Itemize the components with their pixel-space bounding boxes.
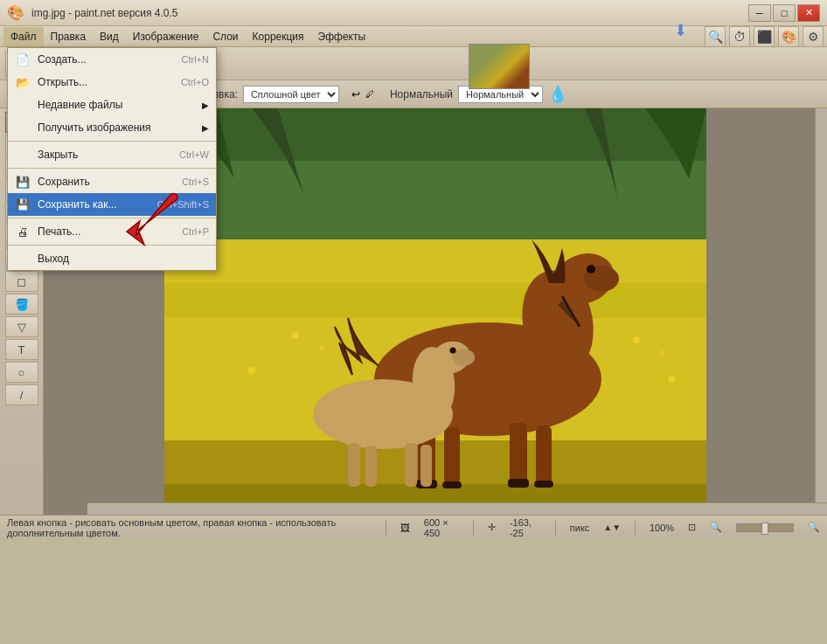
horizontal-scrollbar[interactable] [87, 502, 827, 515]
status-sep2 [473, 520, 474, 536]
new-icon: 📄 [15, 52, 31, 67]
zoom-in-btn[interactable]: 🔍 [705, 26, 726, 47]
svg-point-25 [450, 348, 456, 354]
status-hint: Левая кнопка - рисовать основным цветом,… [7, 517, 372, 538]
menu-effects[interactable]: Эффекты [311, 27, 373, 46]
new-label: Создать... [38, 53, 87, 66]
menu-bar: Файл Правка Вид Изображение Слои Коррекц… [0, 26, 827, 47]
saveas-icon: 💾 [15, 197, 31, 212]
tool-paint-bucket[interactable]: 🪣 [5, 294, 38, 315]
settings-btn[interactable]: ⚙ [803, 26, 824, 47]
svg-point-31 [292, 332, 299, 339]
status-zoom: 100% [650, 523, 674, 533]
svg-rect-27 [365, 446, 377, 487]
separator-4 [8, 245, 216, 246]
vertical-scrollbar[interactable] [815, 108, 827, 502]
menu-edit[interactable]: Правка [44, 27, 94, 46]
svg-rect-20 [534, 481, 553, 488]
svg-point-34 [660, 350, 665, 356]
svg-point-32 [319, 346, 324, 351]
menu-item-close[interactable]: Закрыть Ctrl+W [8, 143, 216, 166]
tool-gradient[interactable]: ▽ [5, 316, 38, 337]
zoom-slider[interactable] [736, 523, 794, 532]
close-shortcut: Ctrl+W [179, 149, 209, 160]
svg-rect-26 [348, 443, 360, 487]
menu-layers[interactable]: Слои [205, 27, 245, 46]
status-coords-icon: ✛ [488, 522, 496, 533]
status-sep4 [635, 520, 636, 536]
menu-item-save[interactable]: 💾 Сохранить Ctrl+S [8, 170, 216, 193]
save-shortcut: Ctrl+S [182, 177, 209, 187]
tool-shapes[interactable]: ○ [5, 362, 38, 383]
dimensions-value: 600 × 450 [424, 517, 459, 538]
exit-label: Выход [38, 253, 69, 265]
svg-rect-28 [405, 443, 417, 487]
menu-item-new[interactable]: 📄 Создать... Ctrl+N [8, 48, 216, 71]
menu-item-open[interactable]: 📂 Открыть... Ctrl+O [8, 71, 216, 93]
tool-text[interactable]: T [5, 339, 38, 360]
tool-line[interactable]: / [5, 384, 38, 405]
open-label: Открыть... [38, 76, 87, 88]
menu-view[interactable]: Вид [93, 27, 126, 46]
acquire-icon [15, 120, 31, 135]
menu-file[interactable]: Файл [3, 27, 44, 46]
save-label: Сохранить [38, 176, 90, 188]
close-file-label: Закрыть [38, 149, 78, 161]
status-bar: Левая кнопка - рисовать основным цветом,… [0, 515, 827, 539]
maximize-button[interactable]: □ [773, 4, 796, 22]
image-thumbnail [469, 44, 530, 89]
exit-icon [15, 251, 31, 267]
svg-rect-14 [444, 427, 460, 484]
menu-item-exit[interactable]: Выход [8, 247, 216, 270]
layers-btn[interactable]: ⬛ [754, 26, 775, 47]
svg-rect-18 [442, 481, 462, 488]
canvas[interactable] [164, 108, 706, 515]
menu-image[interactable]: Изображение [126, 27, 206, 46]
menu-item-recent[interactable]: Недавние файлы ▶ [8, 93, 216, 116]
recent-label: Недавние файлы [38, 99, 122, 111]
menu-item-print[interactable]: 🖨 Печать... Ctrl+P [8, 220, 216, 243]
menu-item-saveas[interactable]: 💾 Сохранить как... Ctrl+Shift+S [8, 193, 216, 216]
acquire-label: Получить изображения [38, 121, 151, 134]
print-shortcut: Ctrl+P [182, 226, 209, 237]
minimize-button[interactable]: ─ [748, 4, 771, 22]
open-shortcut: Ctrl+O [181, 77, 209, 87]
svg-rect-15 [510, 423, 527, 484]
status-sep3 [555, 520, 556, 536]
file-dropdown-menu: 📄 Создать... Ctrl+N 📂 Открыть... Ctrl+O … [7, 47, 217, 271]
print-label: Печать... [38, 225, 80, 238]
tool-eraser[interactable]: ◻ [5, 271, 38, 292]
saveas-label: Сохранить как... [38, 198, 116, 211]
status-dimensions: 600 × 450 [424, 517, 459, 538]
title-text: img.jpg - paint.net версия 4.0.5 [31, 7, 178, 19]
fill-select[interactable]: Сплошной цвет [243, 86, 339, 103]
zoom-out-icon[interactable]: 🔍 [710, 522, 722, 533]
svg-point-36 [668, 376, 675, 383]
blend-label: Нормальный [390, 88, 453, 100]
separator-2 [8, 168, 216, 169]
acquire-arrow: ▶ [202, 123, 209, 133]
close-button[interactable]: ✕ [797, 4, 820, 22]
history-btn[interactable]: ⏱ [729, 26, 750, 47]
recent-arrow: ▶ [202, 100, 209, 110]
svg-point-35 [248, 367, 255, 374]
colors-btn[interactable]: 🎨 [778, 26, 799, 47]
svg-rect-16 [536, 426, 552, 484]
status-coordinates: -163, -25 [510, 517, 541, 538]
save-icon: 💾 [15, 174, 31, 190]
new-shortcut: Ctrl+N [182, 54, 209, 65]
menu-item-acquire[interactable]: Получить изображения ▶ [8, 116, 216, 139]
zoom-fit-icon[interactable]: ⊡ [688, 522, 696, 533]
svg-point-12 [587, 265, 595, 274]
menu-correction[interactable]: Коррекция [246, 27, 311, 46]
status-unit: пикс [570, 523, 590, 533]
image-icon: 🖼 [400, 523, 410, 533]
saveas-shortcut: Ctrl+Shift+S [157, 199, 209, 210]
zoom-in-status-icon[interactable]: 🔍 [808, 522, 820, 533]
separator-3 [8, 218, 216, 218]
title-bar: 🎨 img.jpg - paint.net версия 4.0.5 ─ □ ✕ [0, 0, 827, 26]
svg-rect-19 [508, 479, 529, 488]
status-sep1 [386, 520, 386, 536]
image-svg [164, 108, 706, 515]
open-icon: 📂 [15, 74, 31, 90]
